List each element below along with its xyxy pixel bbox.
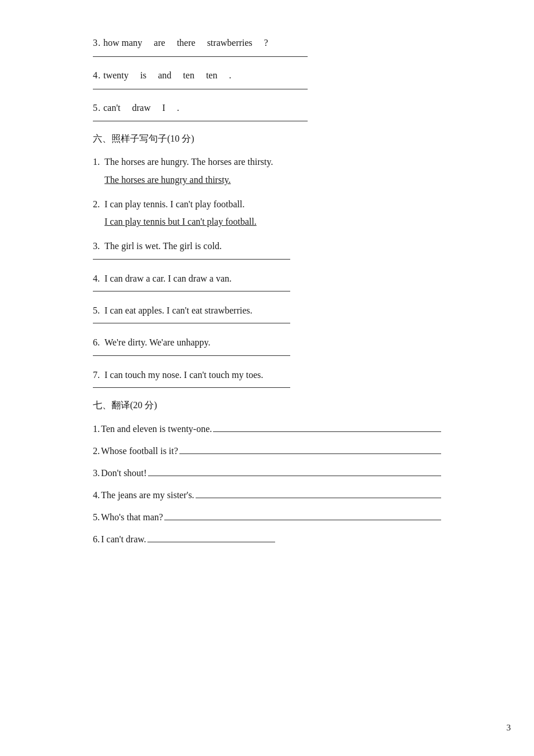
s7-item-1-text: Ten and eleven is twenty-one. <box>101 420 212 438</box>
s6-item-5-num: 5. <box>93 305 100 315</box>
s7-item-2: 2. Whose football is it? <box>93 442 441 460</box>
q3-answer-line <box>93 56 308 57</box>
q3-words: how many are there strawberries ? <box>103 35 268 52</box>
s7-item-2-text: Whose football is it? <box>101 442 178 460</box>
s6-item-6-text: We're dirty. We'are unhappy. <box>104 337 211 347</box>
s6-item-4-text: I can draw a car. I can draw a van. <box>104 273 232 283</box>
s6-item-6: 6. We're dirty. We'are unhappy. <box>93 334 441 355</box>
s6-item-1: 1. The horses are hungry. The horses are… <box>93 153 441 185</box>
q3-word1: how many <box>103 35 142 52</box>
q5-words: can't draw I . <box>103 100 179 117</box>
s6-item-1-answer-text: The horses are hungry and thirsty. <box>104 175 231 185</box>
s7-item-4: 4. The jeans are my sister's. <box>93 486 441 505</box>
q5-answer-line <box>93 121 308 121</box>
s6-item-3-answer-line <box>93 259 290 260</box>
s6-item-2-answer: I can play tennis but I can't play footb… <box>93 217 441 227</box>
s7-item-1-line <box>213 431 441 432</box>
q3-word2: are <box>154 35 165 52</box>
s6-item-7-text: I can touch my nose. I can't touch my to… <box>104 370 263 380</box>
section7: 七、翻译(20 分) 1. Ten and eleven is twenty-o… <box>93 399 441 549</box>
q3-word4: strawberries <box>207 35 252 52</box>
s7-item-5-num: 5. <box>93 508 100 527</box>
section7-header: 七、翻译(20 分) <box>93 399 441 412</box>
question-5: 5. can't draw I . <box>93 100 441 122</box>
s7-item-4-text: The jeans are my sister's. <box>101 486 194 505</box>
q3-text: 3. <box>93 35 101 52</box>
q4-word6: . <box>229 67 231 84</box>
s6-item-2-prompt: 2. I can play tennis. I can't play footb… <box>93 196 441 213</box>
s7-item-3: 3. Don't shout! <box>93 464 441 483</box>
s6-item-5-prompt: 5. I can eat apples. I can't eat strawbe… <box>93 302 441 319</box>
q5-word1: can't <box>103 100 121 117</box>
section6: 六、照样子写句子(10 分) 1. The horses are hungry.… <box>93 133 441 388</box>
q4-words: twenty is and ten ten . <box>103 67 231 84</box>
s6-item-1-num: 1. <box>93 157 100 167</box>
question-3: 3. how many are there strawberries ? <box>93 35 441 57</box>
s7-item-3-text: Don't shout! <box>101 464 147 483</box>
s7-item-4-num: 4. <box>93 486 100 505</box>
question-5-line: 5. can't draw I . <box>93 100 441 117</box>
s7-item-3-num: 3. <box>93 464 100 483</box>
s6-item-4: 4. I can draw a car. I can draw a van. <box>93 270 441 291</box>
s7-item-5-text: Who's that man? <box>101 508 163 527</box>
s6-item-1-prompt: 1. The horses are hungry. The horses are… <box>93 153 441 171</box>
s6-item-7-answer-line <box>93 387 290 388</box>
s7-item-6: 6. I can't draw. <box>93 530 441 549</box>
s6-item-3-num: 3. <box>93 241 100 251</box>
q5-word2: draw <box>132 100 151 117</box>
s6-item-1-text: The horses are hungry. The horses are th… <box>104 157 273 167</box>
question-3-line: 3. how many are there strawberries ? <box>93 35 441 52</box>
s6-item-5-text: I can eat apples. I can't eat strawberri… <box>104 305 252 315</box>
s7-item-1: 1. Ten and eleven is twenty-one. <box>93 420 441 438</box>
s6-item-2-text: I can play tennis. I can't play football… <box>104 199 244 209</box>
q5-word3: I <box>163 100 165 117</box>
s7-item-2-num: 2. <box>93 442 100 460</box>
s7-item-6-text: I can't draw. <box>101 530 146 549</box>
s6-item-3: 3. The girl is wet. The girl is cold. <box>93 237 441 259</box>
q4-answer-line <box>93 89 308 89</box>
s7-item-1-num: 1. <box>93 420 100 438</box>
s7-item-5-line <box>164 520 441 520</box>
q3-word5: ? <box>264 35 268 52</box>
s6-item-5: 5. I can eat apples. I can't eat strawbe… <box>93 302 441 323</box>
s6-item-7-num: 7. <box>93 370 100 380</box>
s6-item-2-num: 2. <box>93 199 100 209</box>
q4-word5: ten <box>206 67 218 84</box>
s7-item-6-num: 6. <box>93 530 100 549</box>
q4-word3: and <box>158 67 171 84</box>
s6-item-2-answer-text: I can play tennis but I can't play footb… <box>104 217 257 226</box>
s7-item-5: 5. Who's that man? <box>93 508 441 527</box>
q3-word3: there <box>177 35 196 52</box>
s6-item-5-answer-line <box>93 323 290 323</box>
question-4-line: 4. twenty is and ten ten . <box>93 67 441 84</box>
s6-item-1-answer: The horses are hungry and thirsty. <box>93 175 441 185</box>
s7-item-6-line <box>147 542 275 542</box>
s6-item-7: 7. I can touch my nose. I can't touch my… <box>93 366 441 388</box>
q4-text: 4. <box>93 67 101 84</box>
q5-text: 5. <box>93 100 101 117</box>
q4-word4: ten <box>183 67 194 84</box>
q4-word2: is <box>140 67 147 84</box>
s6-item-6-answer-line <box>93 355 290 356</box>
s6-item-6-prompt: 6. We're dirty. We'are unhappy. <box>93 334 441 351</box>
section3-continuation: 3. how many are there strawberries ? 4. … <box>93 35 441 121</box>
s6-item-7-prompt: 7. I can touch my nose. I can't touch my… <box>93 366 441 384</box>
section6-header: 六、照样子写句子(10 分) <box>93 133 441 145</box>
q4-word1: twenty <box>103 67 129 84</box>
page-number: 3 <box>507 723 511 733</box>
s6-item-2: 2. I can play tennis. I can't play footb… <box>93 196 441 227</box>
s6-item-4-prompt: 4. I can draw a car. I can draw a van. <box>93 270 441 287</box>
question-4: 4. twenty is and ten ten . <box>93 67 441 89</box>
s7-item-3-line <box>148 476 441 476</box>
s6-item-6-num: 6. <box>93 337 100 347</box>
s7-item-2-line <box>179 453 441 454</box>
s7-item-4-line <box>196 498 441 498</box>
s6-item-3-prompt: 3. The girl is wet. The girl is cold. <box>93 237 441 255</box>
s6-item-3-text: The girl is wet. The girl is cold. <box>104 241 222 251</box>
s6-item-4-answer-line <box>93 291 290 291</box>
s6-item-4-num: 4. <box>93 273 100 283</box>
q5-word4: . <box>177 100 179 117</box>
